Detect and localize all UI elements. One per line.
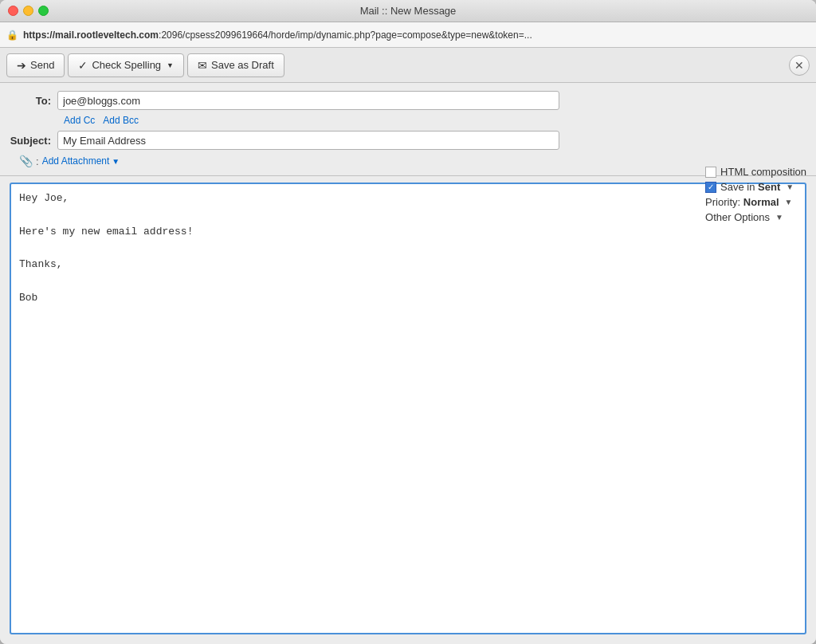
close-window-button[interactable] <box>8 6 18 16</box>
url-text: https://mail.rootleveltech.com:2096/cpse… <box>23 29 532 41</box>
send-icon: ➔ <box>17 59 26 72</box>
subject-row: Subject: <box>10 131 806 150</box>
options-panel: HTML composition ✓ Save in Sent ▼ Priori… <box>705 166 806 223</box>
attach-colon: : <box>36 155 39 167</box>
to-label: To: <box>10 95 57 107</box>
form-area: To: Add Cc Add Bcc Subject: 📎 : Add Atta… <box>0 83 816 176</box>
url-path: :2096/cpsess2099619664/horde/imp/dynamic… <box>159 29 532 41</box>
minimize-window-button[interactable] <box>23 6 33 16</box>
draft-icon: ✉ <box>198 59 207 72</box>
save-in-sent-checkbox[interactable]: ✓ <box>705 182 716 193</box>
to-input[interactable] <box>57 91 559 110</box>
compose-form-area: To: Add Cc Add Bcc Subject: 📎 : Add Atta… <box>0 83 816 176</box>
lock-icon: 🔒 <box>6 29 18 41</box>
save-as-draft-button[interactable]: ✉ Save as Draft <box>187 53 284 77</box>
add-attachment-button[interactable]: Add Attachment ▼ <box>42 155 120 167</box>
maximize-window-button[interactable] <box>38 6 49 16</box>
save-in-sent-row: ✓ Save in Sent ▼ <box>705 181 806 193</box>
other-options-dropdown-icon[interactable]: ▼ <box>775 213 783 222</box>
other-options-label: Other Options <box>705 211 770 223</box>
traffic-lights <box>8 6 49 16</box>
cc-bcc-row: Add Cc Add Bcc <box>10 115 806 126</box>
save-in-sent-label: Save in Sent <box>720 181 780 193</box>
subject-label: Subject: <box>10 135 57 147</box>
to-row: To: <box>10 91 806 110</box>
compose-wrapper: Hey Joe, Here's my new email address! Th… <box>0 176 816 644</box>
title-bar: Mail :: New Message <box>0 0 816 22</box>
save-in-sent-dropdown-icon[interactable]: ▼ <box>786 183 794 191</box>
attachment-row: 📎 : Add Attachment ▼ <box>10 155 806 167</box>
priority-dropdown-icon[interactable]: ▼ <box>785 198 793 206</box>
html-composition-row: HTML composition <box>705 166 806 178</box>
add-cc-link[interactable]: Add Cc <box>64 115 95 126</box>
priority-label: Priority: Normal <box>705 196 779 208</box>
url-domain: https://mail.rootleveltech.com <box>23 29 159 41</box>
address-bar: 🔒 https://mail.rootleveltech.com:2096/cp… <box>0 22 816 48</box>
add-bcc-link[interactable]: Add Bcc <box>103 115 139 126</box>
save-as-draft-label: Save as Draft <box>211 59 274 71</box>
main-window: Mail :: New Message 🔒 https://mail.rootl… <box>0 0 816 644</box>
other-options-row: Other Options ▼ <box>705 211 806 223</box>
attachment-chevron-icon: ▼ <box>112 157 120 166</box>
compose-textarea[interactable]: Hey Joe, Here's my new email address! Th… <box>10 183 806 634</box>
toolbar: ➔ Send ✓ Check Spelling ▼ ✉ Save as Draf… <box>0 48 816 83</box>
send-label: Send <box>30 59 54 71</box>
paperclip-icon: 📎 <box>19 155 33 167</box>
close-compose-button[interactable]: ✕ <box>789 55 810 76</box>
close-icon: ✕ <box>794 59 804 72</box>
check-spelling-label: Check Spelling <box>92 59 161 71</box>
add-attachment-label: Add Attachment <box>42 155 110 167</box>
priority-row: Priority: Normal ▼ <box>705 196 806 208</box>
check-spelling-button[interactable]: ✓ Check Spelling ▼ <box>68 53 184 77</box>
spelling-icon: ✓ <box>78 59 88 72</box>
subject-input[interactable] <box>57 131 559 150</box>
check-spelling-chevron-icon: ▼ <box>167 61 174 69</box>
html-composition-label: HTML composition <box>720 166 806 178</box>
html-composition-checkbox[interactable] <box>705 167 716 178</box>
send-button[interactable]: ➔ Send <box>6 53 65 77</box>
window-title: Mail :: New Message <box>360 5 457 17</box>
